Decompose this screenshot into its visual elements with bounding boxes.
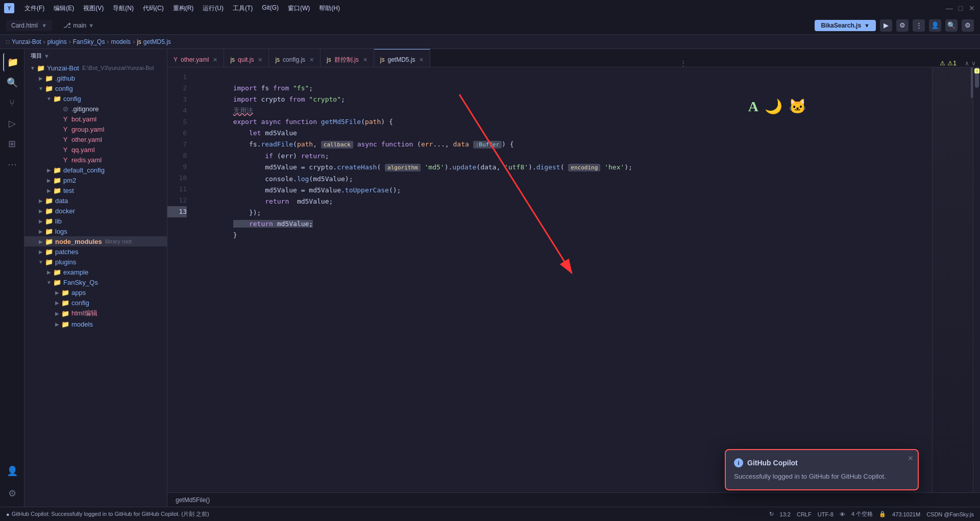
breadcrumb-file[interactable]: getMD5.js [143, 38, 171, 45]
breadcrumb-plugins[interactable]: plugins [47, 38, 67, 45]
tree-apps[interactable]: ▶ 📁 apps [24, 287, 167, 297]
tab-close-group-ctrl-js[interactable]: ✕ [363, 57, 368, 63]
collapse-btn[interactable]: ∧ [965, 60, 969, 67]
activity-more[interactable]: ⋯ [3, 155, 21, 173]
tree-html-edit[interactable]: ▶ 📁 html编辑 [24, 308, 167, 319]
menu-file[interactable]: 文件(F) [20, 2, 48, 15]
folder-icon-example: 📁 [53, 268, 61, 276]
tree-config-root[interactable]: ▼ 📁 config [24, 83, 167, 93]
tab-group-ctrl-js[interactable]: js 群控制.js ✕ [321, 49, 374, 67]
run-button[interactable]: ▶ [880, 19, 892, 32]
tree-default-config[interactable]: ▶ 📁 default_config [24, 165, 167, 175]
tree-config-fansky[interactable]: ▶ 📁 config [24, 297, 167, 308]
tab-close-getmd5-js[interactable]: ✕ [419, 57, 424, 63]
win-minimize-btn[interactable]: — [945, 4, 953, 12]
menu-git[interactable]: Git(G) [258, 2, 283, 15]
tree-plugins[interactable]: ▼ 📁 plugins [24, 257, 167, 267]
tree-node-modules[interactable]: ▶ 📁 node_modules library root [24, 236, 167, 246]
breadcrumb-fansky[interactable]: FanSky_Qs [73, 38, 105, 45]
ai-moon[interactable]: 🌙 [765, 98, 782, 115]
activity-search[interactable]: 🔍 [3, 73, 21, 92]
tree-fansky-qs[interactable]: ▼ 📁 FanSky_Qs [24, 277, 167, 287]
more-button[interactable]: ⋮ [913, 19, 925, 32]
status-eye[interactable]: 👁 [840, 511, 845, 517]
menu-code[interactable]: 代码(C) [139, 2, 168, 15]
menu-nav[interactable]: 导航(N) [109, 2, 138, 15]
status-copilot[interactable]: ● GitHub Copilot: Successfully logged in… [6, 510, 209, 518]
win-close-btn[interactable]: ✕ [968, 4, 976, 12]
tree-pm2[interactable]: ▶ 📁 pm2 [24, 175, 167, 185]
activity-git[interactable]: ⑂ [3, 94, 21, 112]
tree-example[interactable]: ▶ 📁 example [24, 267, 167, 277]
tab-close-config-js[interactable]: ✕ [309, 57, 314, 63]
menu-help[interactable]: 帮助(H) [315, 2, 344, 15]
activity-settings[interactable]: ⚙ [3, 484, 21, 503]
tab-label-other-yaml: other.yaml [181, 56, 209, 63]
tab-config-js[interactable]: js config.js ✕ [269, 49, 321, 67]
status-spaces[interactable]: 4 个空格 [851, 510, 873, 518]
window-controls: — □ ✕ [945, 4, 976, 12]
tree-docker[interactable]: ▶ 📁 docker [24, 206, 167, 216]
status-position[interactable]: 13:2 [780, 511, 791, 517]
tree-data[interactable]: ▶ 📁 data [24, 195, 167, 206]
status-source: CSDN @FanSky.js [926, 511, 974, 517]
code-line-8: md5Value = crypto.createHash( algorithm … [233, 163, 632, 171]
breadcrumb-models[interactable]: models [111, 38, 131, 45]
editor-scrollbar[interactable]: ! [973, 67, 980, 492]
code-content[interactable]: import fs from "fs"; import crypto from … [193, 67, 932, 492]
status-sync[interactable]: ↻ [769, 511, 774, 517]
tree-group-yaml[interactable]: Y group.yaml [24, 124, 167, 134]
ai-cat[interactable]: 🐱 [789, 98, 806, 115]
tab-close-quit-js[interactable]: ✕ [258, 57, 262, 63]
tree-yunzai-bot[interactable]: ▼ 📁 Yunzai-Bot E:\Bot_V3\yunzai\Yunzai-B… [24, 63, 167, 73]
activity-account[interactable]: 👤 [3, 462, 21, 480]
breadcrumb: □ Yunzai-Bot › plugins › FanSky_Qs › mod… [0, 35, 980, 49]
tree-other-yaml[interactable]: Y other.yaml [24, 134, 167, 144]
tree-gitignore[interactable]: ⊘ .gitignore [24, 104, 167, 114]
linenum-11: 11 [167, 184, 187, 195]
ai-letter-a[interactable]: A [748, 98, 758, 115]
folder-icon-pm2: 📁 [53, 176, 61, 184]
status-lock[interactable]: 🔒 [879, 511, 886, 517]
file-tab-card[interactable]: Card.html ▼ [6, 20, 52, 31]
search-button-top[interactable]: 🔍 [945, 19, 958, 32]
notification-dismiss-btn[interactable]: ✕ [908, 454, 914, 462]
branch-tab[interactable]: ⎇ main ▼ [58, 19, 99, 31]
tree-redis-yaml[interactable]: Y redis.yaml [24, 155, 167, 165]
menu-tools[interactable]: 工具(T) [229, 2, 257, 15]
win-maximize-btn[interactable]: □ [957, 4, 965, 12]
menu-view[interactable]: 视图(V) [79, 2, 108, 15]
code-editor[interactable]: 1 2 3 4 5 6 7 8 9 10 11 12 13 import fs … [167, 67, 980, 492]
activity-bar: 📁 🔍 ⑂ ▷ ⊞ ⋯ 👤 ⚙ [0, 49, 24, 507]
gear-button-top[interactable]: ⚙ [962, 19, 974, 32]
tab-other-yaml[interactable]: Y other.yaml ✕ [167, 49, 224, 67]
tree-patches[interactable]: ▶ 📁 patches [24, 246, 167, 257]
tab-getmd5-js[interactable]: js getMD5.js ✕ [374, 49, 431, 67]
menu-edit[interactable]: 编辑(E) [50, 2, 78, 15]
activity-extensions[interactable]: ⊞ [3, 135, 21, 153]
tree-bot-yaml[interactable]: Y bot.yaml [24, 114, 167, 124]
tree-logs[interactable]: ▶ 📁 logs [24, 226, 167, 236]
file-icon-redis-yaml: Y [61, 156, 69, 164]
tree-models[interactable]: ▶ 📁 models [24, 319, 167, 329]
tree-config-inner[interactable]: ▼ 📁 config [24, 93, 167, 104]
tree-qq-yaml[interactable]: Y qq.yaml [24, 144, 167, 155]
status-line-ending[interactable]: CRLF [797, 511, 812, 517]
bika-search-button[interactable]: BikaSearch.js ▼ [815, 20, 876, 31]
tree-test[interactable]: ▶ 📁 test [24, 185, 167, 195]
activity-explorer[interactable]: 📁 [3, 53, 21, 71]
tree-github[interactable]: ▶ 📁 .github [24, 73, 167, 83]
expand-btn[interactable]: ∨ [971, 60, 976, 67]
tab-close-other-yaml[interactable]: ✕ [213, 57, 217, 63]
menu-refactor[interactable]: 重构(R) [169, 2, 198, 15]
account-button[interactable]: 👤 [929, 19, 941, 32]
menu-run[interactable]: 运行(U) [199, 2, 228, 15]
tab-more-btn[interactable]: ⋮ [676, 59, 691, 67]
tree-lib[interactable]: ▶ 📁 lib [24, 216, 167, 226]
breadcrumb-yunzai[interactable]: Yunzai-Bot [12, 38, 41, 45]
settings-button[interactable]: ⚙ [896, 19, 909, 32]
status-encoding[interactable]: UTF-8 [818, 511, 834, 517]
activity-debug[interactable]: ▷ [3, 114, 21, 133]
menu-window[interactable]: 窗口(W) [284, 2, 314, 15]
tab-quit-js[interactable]: js quit.js ✕ [224, 49, 269, 67]
